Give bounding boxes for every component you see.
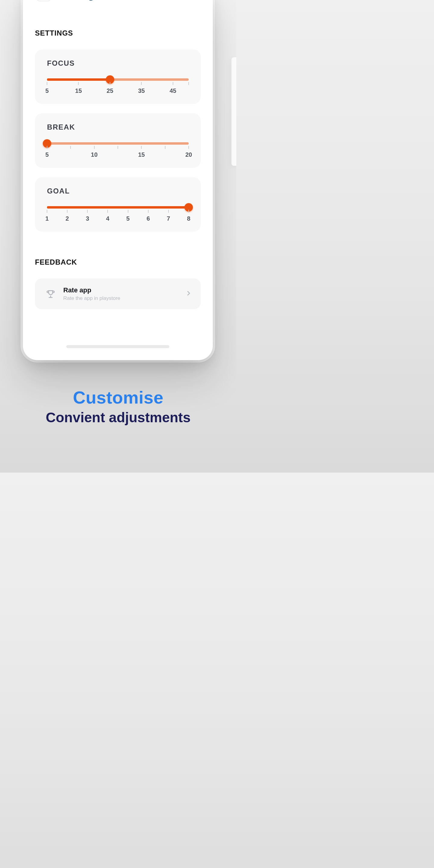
section-settings-label: SETTINGS	[35, 29, 201, 37]
slider-label: 8	[187, 215, 190, 222]
break-slider[interactable]: 5101520	[47, 142, 189, 159]
slider-tick	[188, 210, 189, 213]
slider-label: 25	[107, 87, 113, 94]
promo-subtitle: Convient adjustments	[0, 409, 236, 426]
slider-tick	[47, 82, 47, 85]
slider-tick	[70, 146, 71, 149]
slider-tick	[168, 210, 169, 213]
promo-text: Customise Convient adjustments	[0, 387, 236, 426]
slider-label: 45	[170, 87, 176, 94]
slider-tick	[87, 210, 88, 213]
goal-slider[interactable]: 12345678	[47, 206, 189, 223]
slider-label: 1	[45, 215, 49, 222]
slider-tick	[188, 82, 189, 85]
break-title: BREAK	[47, 123, 189, 131]
slider-label: 20	[185, 151, 192, 158]
rate-app-title: Rate app	[63, 286, 120, 294]
rate-app-subtitle: Rate the app in playstore	[63, 296, 120, 301]
close-button[interactable]	[36, 0, 51, 1]
slider-label: 5	[45, 87, 49, 94]
slider-tick	[78, 82, 79, 85]
slider-label: 10	[91, 151, 98, 158]
promo-page: Settings SETTINGS FOCUS 515253545 BREAK	[0, 0, 236, 472]
focus-slider[interactable]: 515253545	[47, 79, 189, 95]
background-edge-shape	[231, 57, 236, 166]
page-title: Settings	[59, 0, 100, 1]
goal-card: GOAL 12345678	[35, 177, 201, 231]
slider-tick	[141, 146, 142, 149]
slider-tick	[94, 146, 95, 149]
goal-title: GOAL	[47, 187, 189, 195]
slider-label: 15	[138, 151, 145, 158]
slider-label: 6	[147, 215, 150, 222]
home-indicator	[66, 345, 169, 348]
rate-app-row[interactable]: Rate app Rate the app in playstore	[35, 278, 201, 309]
slider-tick	[67, 210, 67, 213]
section-feedback-label: FEEDBACK	[35, 258, 201, 267]
break-card: BREAK 5101520	[35, 113, 201, 167]
slider-tick	[165, 146, 165, 149]
slider-tick	[47, 210, 47, 213]
settings-screen: Settings SETTINGS FOCUS 515253545 BREAK	[29, 0, 207, 352]
slider-tick	[47, 146, 47, 149]
slider-label: 3	[86, 215, 89, 222]
slider-tick	[128, 210, 128, 213]
slider-tick	[173, 82, 173, 85]
slider-label: 5	[45, 151, 49, 158]
slider-label: 5	[126, 215, 130, 222]
slider-label: 15	[75, 87, 82, 94]
phone-screen: Settings SETTINGS FOCUS 515253545 BREAK	[29, 0, 207, 354]
slider-tick	[118, 146, 118, 149]
slider-tick	[148, 210, 149, 213]
slider-tick	[141, 82, 142, 85]
slider-label: 35	[138, 87, 145, 94]
promo-title: Customise	[0, 387, 236, 407]
focus-card: FOCUS 515253545	[35, 50, 201, 104]
slider-label: 2	[66, 215, 69, 222]
slider-tick	[188, 146, 189, 149]
slider-label: 7	[167, 215, 170, 222]
chevron-right-icon	[185, 290, 192, 298]
trophy-icon	[43, 287, 58, 301]
phone-frame: Settings SETTINGS FOCUS 515253545 BREAK	[23, 0, 213, 360]
settings-header: Settings	[35, 0, 201, 1]
focus-title: FOCUS	[47, 59, 189, 67]
slider-label: 4	[106, 215, 110, 222]
slider-tick	[107, 210, 108, 213]
slider-tick	[110, 82, 110, 85]
rate-app-text: Rate app Rate the app in playstore	[63, 286, 120, 301]
